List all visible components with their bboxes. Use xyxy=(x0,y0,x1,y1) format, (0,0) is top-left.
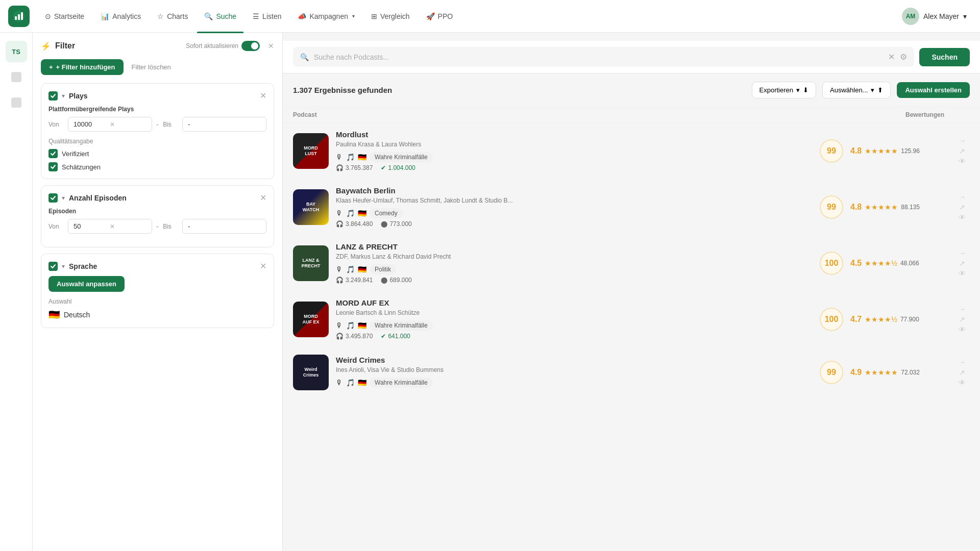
nav-kampagnen[interactable]: 📣 Kampagnen ▾ xyxy=(290,8,362,24)
plays-label: Plays xyxy=(69,92,256,100)
rating-count: 72.032 xyxy=(901,369,920,376)
auswahl-anpassen-button[interactable]: Auswahl anpassen xyxy=(48,276,125,292)
nav-charts[interactable]: ☆ Charts xyxy=(150,8,195,24)
user-menu[interactable]: AM Alex Mayer ▾ xyxy=(897,5,972,28)
row-arrow-icon[interactable]: → xyxy=(959,305,966,313)
sprache-chevron-icon[interactable]: ▾ xyxy=(62,263,65,270)
verifiziert-checkbox[interactable] xyxy=(48,149,58,158)
ppo-icon: 🚀 xyxy=(426,12,435,20)
row-eye-off-icon[interactable]: 👁 xyxy=(959,157,966,165)
row-external-icon[interactable]: ↗ xyxy=(959,368,965,377)
row-external-icon[interactable]: ↗ xyxy=(959,315,965,323)
rating-area: 4.8 ★★★★★ 88.135 xyxy=(850,203,947,212)
app-logo[interactable] xyxy=(8,6,30,27)
rating-num: 4.8 xyxy=(850,146,862,156)
rating-count: 48.066 xyxy=(900,260,919,267)
nav-ppo[interactable]: 🚀 PPO xyxy=(419,8,460,24)
nav-listen[interactable]: ☰ Listen xyxy=(246,8,288,24)
plays-stat: 🎧 3.765.387 xyxy=(336,164,373,171)
followers-stat: ✔ 1.004.000 xyxy=(381,164,415,171)
plays-bis-input[interactable]: - xyxy=(182,117,266,132)
filter-section-sprache: ▾ Sprache ✕ Auswahl anpassen Auswahl 🇩🇪 … xyxy=(41,254,274,328)
side-icon-ts[interactable]: TS xyxy=(6,41,27,62)
episoden-bis-input[interactable]: - xyxy=(182,219,266,234)
rating-count: 88.135 xyxy=(901,204,920,211)
spotify-icon: 🎵 xyxy=(346,379,355,387)
auswahl-erstellen-button[interactable]: Auswahl erstellen xyxy=(897,82,970,98)
podcast-thumb-lanz: LANZ &PRECHT xyxy=(293,245,329,281)
search-clear-icon[interactable]: ✕ xyxy=(888,52,895,62)
plays-von-input[interactable]: 10000 ✕ xyxy=(68,117,152,132)
flag-icon: 🇩🇪 xyxy=(358,321,366,330)
search-settings-icon[interactable]: ⚙ xyxy=(900,52,907,62)
row-external-icon[interactable]: ↗ xyxy=(959,203,965,211)
auswahl-select-button[interactable]: Auswählen... ▾ ⬆ xyxy=(822,82,891,98)
row-external-icon[interactable]: ↗ xyxy=(959,147,965,155)
plays-checkbox[interactable] xyxy=(48,91,58,101)
apple-icon: 🎙 xyxy=(336,379,343,387)
schatzungen-checkbox[interactable] xyxy=(48,162,58,171)
filter-close-icon[interactable]: ✕ xyxy=(268,42,274,50)
table-row: BAYWATCH Baywatch Berlin Klaas Heufer-Um… xyxy=(283,179,980,235)
stars: ★★★★★ xyxy=(865,203,898,211)
sprache-checkbox[interactable] xyxy=(48,262,58,271)
plays-chevron-icon[interactable]: ▾ xyxy=(62,92,65,99)
rating-num: 4.5 xyxy=(850,259,862,268)
episoden-von-clear[interactable]: ✕ xyxy=(110,223,146,230)
auswahl-label: Auswahl xyxy=(48,298,266,305)
tag-badge: Comedy xyxy=(370,208,403,218)
search-input-wrap[interactable]: 🔍 Suche nach Podcasts... ✕ ⚙ xyxy=(293,47,914,67)
nav-startseite[interactable]: ⊙ Startseite xyxy=(38,8,91,24)
row-arrow-icon[interactable]: → xyxy=(959,358,966,366)
main-content: 🔍 Suche nach Podcasts... ✕ ⚙ Suchen 1.30… xyxy=(283,33,980,551)
nav-suche[interactable]: 🔍 Suche xyxy=(197,8,243,24)
search-button[interactable]: Suchen xyxy=(919,48,970,66)
search-nav-icon: 🔍 xyxy=(204,12,213,20)
search-icon: 🔍 xyxy=(300,53,309,61)
episoden-checkbox[interactable] xyxy=(48,193,58,203)
tag-badge: Wahre Kriminalfälle xyxy=(370,152,433,162)
plays-icon: 🎧 xyxy=(336,164,344,171)
row-arrow-icon[interactable]: → xyxy=(959,193,966,201)
row-arrow-icon[interactable]: → xyxy=(959,137,966,145)
tag-badge: Wahre Kriminalfälle xyxy=(370,378,433,388)
row-eye-off-icon[interactable]: 👁 xyxy=(959,379,966,387)
side-icon-extra1[interactable] xyxy=(6,66,27,88)
rating-area: 4.8 ★★★★★ 125.96 xyxy=(850,146,947,156)
upload-icon: ⬆ xyxy=(877,86,883,94)
export-button[interactable]: Exportieren ▾ ⬇ xyxy=(752,82,816,98)
plays-icon: 🎧 xyxy=(336,333,344,340)
svg-rect-2 xyxy=(18,14,20,20)
filter-delete-button[interactable]: Filter löschen xyxy=(128,59,175,75)
row-eye-off-icon[interactable]: 👁 xyxy=(959,269,966,278)
quality-verifiziert[interactable]: Verifiziert xyxy=(48,149,266,158)
plays-remove-icon[interactable]: ✕ xyxy=(260,91,266,101)
quality-schatzungen[interactable]: Schätzungen xyxy=(48,162,266,171)
side-icon-bar: TS xyxy=(0,33,33,551)
row-eye-off-icon[interactable]: 👁 xyxy=(959,325,966,334)
sofort-toggle[interactable] xyxy=(241,41,260,51)
filter-add-button[interactable]: + + Filter hinzufügen xyxy=(41,59,124,75)
episoden-von-input[interactable]: 50 ✕ xyxy=(68,219,152,234)
flag-icon: 🇩🇪 xyxy=(358,265,366,273)
language-item-deutsch: 🇩🇪 Deutsch xyxy=(48,309,266,320)
circle-icon: ⬤ xyxy=(381,277,387,284)
sprache-label: Sprache xyxy=(69,262,256,270)
listen-icon: ☰ xyxy=(253,12,259,20)
table-header: Podcast Bewertungen xyxy=(283,107,980,123)
row-external-icon[interactable]: ↗ xyxy=(959,259,965,267)
episoden-chevron-icon[interactable]: ▾ xyxy=(62,194,65,202)
podcast-authors: Paulina Krasa & Laura Wohlers xyxy=(336,141,813,148)
episoden-remove-icon[interactable]: ✕ xyxy=(260,193,266,203)
row-eye-off-icon[interactable]: 👁 xyxy=(959,213,966,221)
spotify-icon: 🎵 xyxy=(346,209,355,217)
sprache-remove-icon[interactable]: ✕ xyxy=(260,261,266,271)
nav-analytics[interactable]: 📊 Analytics xyxy=(93,8,148,24)
nav-vergleich[interactable]: ⊞ Vergleich xyxy=(364,8,417,24)
row-arrow-icon[interactable]: → xyxy=(959,249,966,257)
score-badge: 100 xyxy=(820,252,843,275)
main-layout: TS ⚡ Filter Sofort aktualisieren ✕ + + F… xyxy=(0,33,980,551)
plays-von-clear[interactable]: ✕ xyxy=(110,121,146,128)
search-input[interactable]: Suche nach Podcasts... xyxy=(314,53,883,61)
side-icon-extra2[interactable] xyxy=(6,92,27,113)
